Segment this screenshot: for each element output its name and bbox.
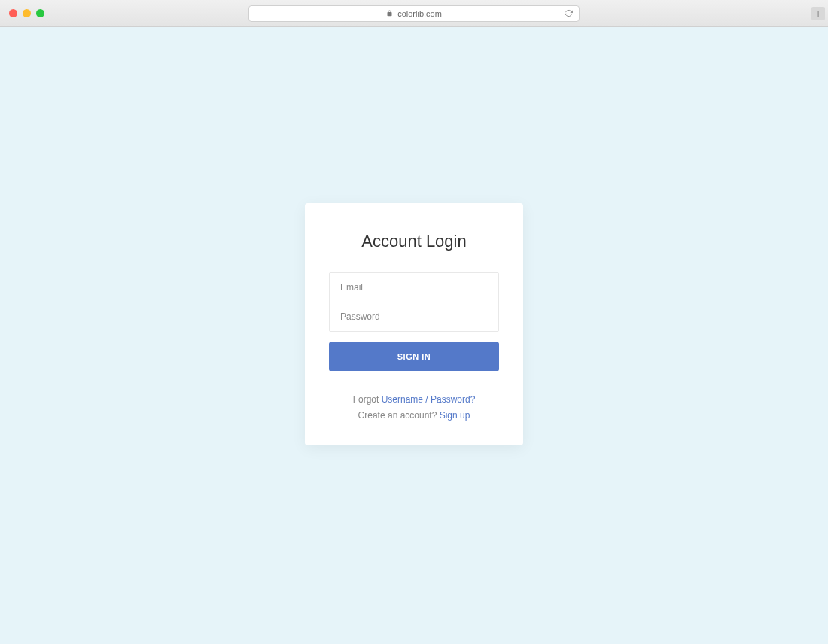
maximize-window-button[interactable] — [36, 9, 44, 17]
help-links: Forgot Username / Password? Create an ac… — [329, 392, 499, 423]
browser-chrome: colorlib.com + — [0, 0, 828, 27]
refresh-icon[interactable] — [565, 9, 573, 17]
forgot-prefix: Forgot — [353, 394, 382, 405]
page-content: Account Login SIGN IN Forgot Username / … — [0, 27, 828, 644]
login-card: Account Login SIGN IN Forgot Username / … — [305, 203, 523, 445]
signin-button[interactable]: SIGN IN — [329, 342, 499, 371]
plus-icon: + — [815, 8, 821, 20]
input-group — [329, 272, 499, 332]
email-input[interactable] — [330, 273, 498, 302]
url-text: colorlib.com — [397, 9, 442, 18]
login-title: Account Login — [329, 232, 499, 251]
url-bar[interactable]: colorlib.com — [248, 5, 580, 22]
lock-icon — [386, 9, 393, 18]
password-input[interactable] — [330, 302, 498, 331]
window-controls — [9, 9, 44, 17]
minimize-window-button[interactable] — [23, 9, 31, 17]
create-prefix: Create an account? — [358, 410, 440, 421]
close-window-button[interactable] — [9, 9, 17, 17]
forgot-link[interactable]: Username / Password? — [382, 394, 476, 405]
signup-link[interactable]: Sign up — [440, 410, 470, 421]
new-tab-button[interactable]: + — [811, 7, 825, 20]
